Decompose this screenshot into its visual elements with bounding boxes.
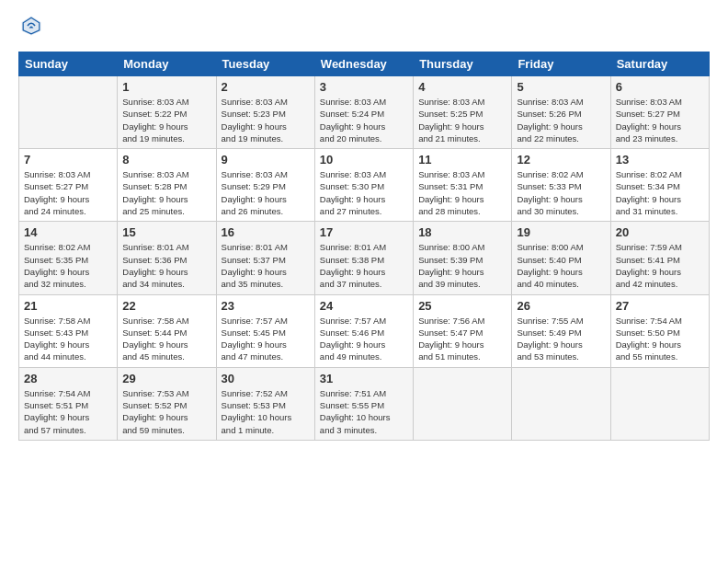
calendar-cell: 2Sunrise: 8:03 AM Sunset: 5:23 PM Daylig… xyxy=(216,76,314,149)
day-number: 9 xyxy=(222,153,310,167)
day-info: Sunrise: 7:57 AM Sunset: 5:46 PM Dayligh… xyxy=(320,315,408,363)
day-info: Sunrise: 8:03 AM Sunset: 5:30 PM Dayligh… xyxy=(320,168,408,217)
calendar-cell xyxy=(414,367,512,440)
day-info: Sunrise: 8:00 AM Sunset: 5:39 PM Dayligh… xyxy=(418,241,506,290)
day-info: Sunrise: 8:03 AM Sunset: 5:23 PM Dayligh… xyxy=(222,96,310,144)
weekday-header-tuesday: Tuesday xyxy=(216,52,314,76)
day-number: 21 xyxy=(24,299,112,313)
day-info: Sunrise: 8:03 AM Sunset: 5:27 PM Dayligh… xyxy=(24,168,112,217)
day-info: Sunrise: 8:03 AM Sunset: 5:31 PM Dayligh… xyxy=(418,168,506,217)
day-number: 20 xyxy=(616,225,704,239)
day-number: 15 xyxy=(122,225,210,239)
day-number: 4 xyxy=(418,80,506,94)
day-number: 26 xyxy=(517,299,605,313)
calendar-cell: 13Sunrise: 8:02 AM Sunset: 5:34 PM Dayli… xyxy=(610,149,709,222)
calendar-cell: 5Sunrise: 8:03 AM Sunset: 5:26 PM Daylig… xyxy=(512,76,610,149)
day-number: 8 xyxy=(122,153,210,167)
day-info: Sunrise: 7:59 AM Sunset: 5:41 PM Dayligh… xyxy=(616,241,704,290)
calendar-cell xyxy=(512,367,610,440)
day-info: Sunrise: 7:51 AM Sunset: 5:55 PM Dayligh… xyxy=(320,387,408,436)
day-info: Sunrise: 8:03 AM Sunset: 5:25 PM Dayligh… xyxy=(418,96,506,144)
weekday-header-wednesday: Wednesday xyxy=(314,52,413,76)
calendar-table: SundayMondayTuesdayWednesdayThursdayFrid… xyxy=(18,52,710,441)
calendar-cell: 26Sunrise: 7:55 AM Sunset: 5:49 PM Dayli… xyxy=(512,294,610,367)
weekday-header-friday: Friday xyxy=(512,52,610,76)
day-info: Sunrise: 8:03 AM Sunset: 5:26 PM Dayligh… xyxy=(517,96,605,144)
calendar-week-4: 21Sunrise: 7:58 AM Sunset: 5:43 PM Dayli… xyxy=(19,294,710,367)
day-info: Sunrise: 8:03 AM Sunset: 5:24 PM Dayligh… xyxy=(320,96,408,144)
svg-marker-0 xyxy=(22,17,41,36)
day-number: 31 xyxy=(320,372,408,385)
day-info: Sunrise: 8:03 AM Sunset: 5:28 PM Dayligh… xyxy=(122,168,210,217)
day-number: 29 xyxy=(122,372,210,385)
day-info: Sunrise: 7:58 AM Sunset: 5:43 PM Dayligh… xyxy=(24,315,112,363)
day-number: 14 xyxy=(24,225,112,239)
calendar-cell xyxy=(610,367,709,440)
day-info: Sunrise: 8:01 AM Sunset: 5:38 PM Dayligh… xyxy=(320,241,408,290)
calendar-cell: 9Sunrise: 8:03 AM Sunset: 5:29 PM Daylig… xyxy=(216,149,314,222)
weekday-header-sunday: Sunday xyxy=(19,52,118,76)
calendar-cell: 1Sunrise: 8:03 AM Sunset: 5:22 PM Daylig… xyxy=(118,76,216,149)
calendar-cell: 28Sunrise: 7:54 AM Sunset: 5:51 PM Dayli… xyxy=(19,367,118,440)
calendar-cell xyxy=(19,76,118,149)
calendar-cell: 31Sunrise: 7:51 AM Sunset: 5:55 PM Dayli… xyxy=(314,367,413,440)
calendar-cell: 15Sunrise: 8:01 AM Sunset: 5:36 PM Dayli… xyxy=(118,222,216,294)
calendar-cell: 27Sunrise: 7:54 AM Sunset: 5:50 PM Dayli… xyxy=(610,294,709,367)
day-info: Sunrise: 8:00 AM Sunset: 5:40 PM Dayligh… xyxy=(517,241,605,290)
day-number: 2 xyxy=(222,80,310,94)
calendar-cell: 6Sunrise: 8:03 AM Sunset: 5:27 PM Daylig… xyxy=(610,76,709,149)
day-info: Sunrise: 8:03 AM Sunset: 5:27 PM Dayligh… xyxy=(616,96,704,144)
day-number: 10 xyxy=(320,153,408,167)
calendar-cell: 30Sunrise: 7:52 AM Sunset: 5:53 PM Dayli… xyxy=(216,367,314,440)
day-number: 22 xyxy=(122,299,210,313)
day-info: Sunrise: 7:57 AM Sunset: 5:45 PM Dayligh… xyxy=(222,315,310,363)
calendar-cell: 20Sunrise: 7:59 AM Sunset: 5:41 PM Dayli… xyxy=(610,222,709,294)
header xyxy=(18,15,710,40)
calendar-cell: 3Sunrise: 8:03 AM Sunset: 5:24 PM Daylig… xyxy=(314,76,413,149)
calendar-cell: 12Sunrise: 8:02 AM Sunset: 5:33 PM Dayli… xyxy=(512,149,610,222)
day-info: Sunrise: 8:03 AM Sunset: 5:22 PM Dayligh… xyxy=(122,96,210,144)
day-number: 1 xyxy=(122,80,210,94)
day-info: Sunrise: 8:02 AM Sunset: 5:33 PM Dayligh… xyxy=(517,168,605,217)
day-number: 11 xyxy=(418,153,506,167)
day-info: Sunrise: 7:53 AM Sunset: 5:52 PM Dayligh… xyxy=(122,387,210,436)
calendar-cell: 29Sunrise: 7:53 AM Sunset: 5:52 PM Dayli… xyxy=(118,367,216,440)
day-number: 18 xyxy=(418,225,506,239)
logo xyxy=(18,15,46,40)
day-info: Sunrise: 8:02 AM Sunset: 5:34 PM Dayligh… xyxy=(616,168,704,217)
day-info: Sunrise: 7:54 AM Sunset: 5:50 PM Dayligh… xyxy=(616,315,704,363)
day-number: 24 xyxy=(320,299,408,313)
calendar-cell: 10Sunrise: 8:03 AM Sunset: 5:30 PM Dayli… xyxy=(314,149,413,222)
day-number: 27 xyxy=(616,299,704,313)
day-number: 7 xyxy=(24,153,112,167)
day-info: Sunrise: 7:56 AM Sunset: 5:47 PM Dayligh… xyxy=(418,315,506,363)
day-number: 25 xyxy=(418,299,506,313)
day-number: 3 xyxy=(320,80,408,94)
logo-icon xyxy=(20,15,42,37)
calendar-cell: 16Sunrise: 8:01 AM Sunset: 5:37 PM Dayli… xyxy=(216,222,314,294)
day-number: 23 xyxy=(222,299,310,313)
calendar-cell: 25Sunrise: 7:56 AM Sunset: 5:47 PM Dayli… xyxy=(414,294,512,367)
day-info: Sunrise: 7:54 AM Sunset: 5:51 PM Dayligh… xyxy=(24,387,112,436)
day-number: 5 xyxy=(517,80,605,94)
day-info: Sunrise: 8:01 AM Sunset: 5:36 PM Dayligh… xyxy=(122,241,210,290)
weekday-header-thursday: Thursday xyxy=(414,52,512,76)
day-number: 12 xyxy=(517,153,605,167)
calendar-week-1: 1Sunrise: 8:03 AM Sunset: 5:22 PM Daylig… xyxy=(19,76,710,149)
calendar-cell: 7Sunrise: 8:03 AM Sunset: 5:27 PM Daylig… xyxy=(19,149,118,222)
day-number: 30 xyxy=(222,372,310,385)
weekday-header-row: SundayMondayTuesdayWednesdayThursdayFrid… xyxy=(19,52,710,76)
day-number: 6 xyxy=(616,80,704,94)
calendar-cell: 17Sunrise: 8:01 AM Sunset: 5:38 PM Dayli… xyxy=(314,222,413,294)
day-number: 16 xyxy=(222,225,310,239)
calendar-week-2: 7Sunrise: 8:03 AM Sunset: 5:27 PM Daylig… xyxy=(19,149,710,222)
day-info: Sunrise: 8:03 AM Sunset: 5:29 PM Dayligh… xyxy=(222,168,310,217)
weekday-header-saturday: Saturday xyxy=(610,52,709,76)
day-info: Sunrise: 7:58 AM Sunset: 5:44 PM Dayligh… xyxy=(122,315,210,363)
day-info: Sunrise: 7:55 AM Sunset: 5:49 PM Dayligh… xyxy=(517,315,605,363)
page-container: SundayMondayTuesdayWednesdayThursdayFrid… xyxy=(0,0,728,450)
calendar-cell: 8Sunrise: 8:03 AM Sunset: 5:28 PM Daylig… xyxy=(118,149,216,222)
calendar-cell: 23Sunrise: 7:57 AM Sunset: 5:45 PM Dayli… xyxy=(216,294,314,367)
calendar-week-3: 14Sunrise: 8:02 AM Sunset: 5:35 PM Dayli… xyxy=(19,222,710,294)
calendar-cell: 19Sunrise: 8:00 AM Sunset: 5:40 PM Dayli… xyxy=(512,222,610,294)
